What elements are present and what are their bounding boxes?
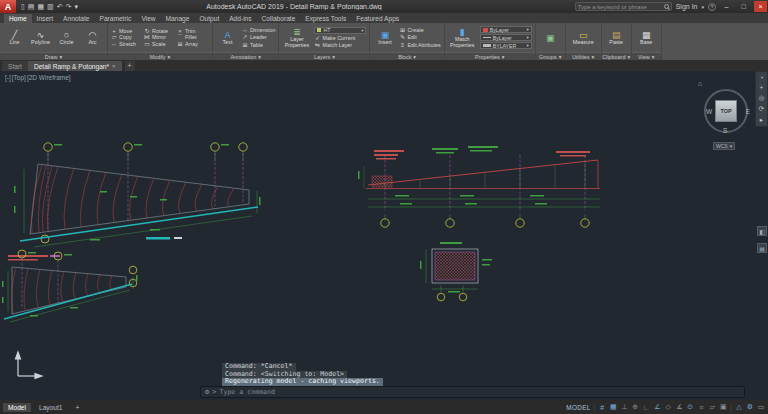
help-icon[interactable]: ? [708,3,716,11]
snap-icon[interactable]: ▦ [609,403,617,411]
edit-block-button[interactable]: ✎Edit [399,34,440,41]
panel-draw-expander[interactable]: Draw▾ [0,52,107,60]
line-button[interactable]: ╱Line [3,30,26,46]
viewport-menu-button[interactable]: [-] [5,74,11,81]
cad-canvas[interactable] [0,71,768,400]
zoom-icon[interactable]: ◎ [759,94,765,102]
tab-collaborate[interactable]: Collaborate [257,14,301,23]
panel-modify-expander[interactable]: Modify▾ [108,52,212,60]
panel-layers-expander[interactable]: Layers▾ [279,52,369,60]
app-menu-button[interactable]: A [0,0,16,13]
redo-icon[interactable]: ↷ [66,3,72,11]
orbit-icon[interactable]: ⟳ [759,105,764,113]
workspace-switching-icon[interactable]: ⚙ [746,403,754,411]
lineweight-icon[interactable]: ≡ [697,404,705,411]
new-drawing-tab-button[interactable]: + [125,61,135,71]
new-icon[interactable]: ▯ [21,3,25,11]
model-space-tab[interactable]: Model [3,403,31,412]
leader-button[interactable]: ↗Leader [242,34,275,41]
layer-properties-button[interactable]: ≣Layer Properties [282,27,311,48]
tab-home[interactable]: Home [4,14,32,23]
layout1-tab[interactable]: Layout1 [34,403,67,412]
create-block-button[interactable]: ⊞Create [399,27,440,34]
polar-tracking-icon[interactable]: ∠ [653,403,661,411]
open-icon[interactable]: ▤ [28,3,35,11]
viewcube-south-label[interactable]: S [723,127,727,134]
new-layout-button[interactable]: + [70,403,84,412]
match-layer-button[interactable]: ⇆Match Layer [314,42,366,49]
sign-in-button[interactable]: Sign In [676,3,698,10]
panel-annotation-expander[interactable]: Annotation▾ [213,52,278,60]
viewport-dock-icon-2[interactable]: ▤ [757,243,767,253]
tab-view[interactable]: View [136,14,160,23]
plot-icon[interactable]: ▥ [47,3,54,11]
viewport-dock-icon-1[interactable]: ◧ [757,226,767,236]
panel-view-expander[interactable]: View▾ [632,52,661,60]
command-customize-icon[interactable]: ⚙ [205,387,209,397]
model-badge[interactable]: MODEL [566,404,590,411]
infer-constraints-icon[interactable]: ⊥ [620,403,628,411]
tab-addins[interactable]: Add-ins [224,14,256,23]
sign-in-caret-icon[interactable]: ▾ [701,4,704,10]
edit-attributes-button[interactable]: ≡Edit Attributes [399,42,440,49]
linetype-combo[interactable]: ByLayer▾ [480,34,532,41]
file-tab-start[interactable]: Start [2,61,28,71]
object-snap-tracking-icon[interactable]: ∡ [675,403,683,411]
command-input[interactable] [219,388,740,396]
paste-button[interactable]: ▤Paste [605,30,628,46]
scale-button[interactable]: ▭Scale [144,41,176,48]
file-tab-active[interactable]: Detail Ramp & Potongan*× [28,61,122,71]
close-button[interactable]: × [754,1,767,12]
ortho-icon[interactable]: ∟ [642,404,650,411]
maximize-button[interactable]: □ [737,1,750,12]
stretch-button[interactable]: ↔Stretch [111,41,143,48]
arc-button[interactable]: ◠Arc [81,30,104,46]
viewcube-west-label[interactable]: W [706,108,712,115]
panel-block-expander[interactable]: Block▾ [370,52,443,60]
tab-express-tools[interactable]: Express Tools [300,14,351,23]
panel-utilities-expander[interactable]: Utilities▾ [566,52,601,60]
minimize-button[interactable]: – [720,1,733,12]
make-current-button[interactable]: ✓Make Current [314,35,366,42]
polyline-button[interactable]: ∿Polyline [29,30,52,46]
undo-icon[interactable]: ↶ [57,3,63,11]
transparency-icon[interactable]: ▱ [708,403,716,411]
base-button[interactable]: ▦Base [635,30,658,46]
match-properties-button[interactable]: ▮Match Properties [448,27,477,48]
annotation-visibility-icon[interactable]: △ [735,403,743,411]
viewport-visual-style-button[interactable]: [2D Wireframe] [27,74,71,81]
tab-annotate[interactable]: Annotate [58,14,94,23]
group-button[interactable]: ▣ [539,33,562,43]
panel-groups-expander[interactable]: Groups▾ [536,52,565,60]
steering-wheel-icon[interactable]: ◔ [760,74,764,81]
search-icon[interactable] [664,4,669,9]
measure-button[interactable]: ▭Measure [569,30,598,46]
pan-icon[interactable]: + [760,84,764,91]
viewcube-east-label[interactable]: E [746,108,750,115]
tab-featured-apps[interactable]: Featured Apps [351,14,404,23]
isodraft-icon[interactable]: ◇ [664,403,672,411]
table-button[interactable]: ⊞Table [242,42,275,49]
selection-cycling-icon[interactable]: ▣ [719,403,727,411]
tab-output[interactable]: Output [194,14,224,23]
dynamic-input-icon[interactable]: ⊕ [631,403,639,411]
tab-insert[interactable]: Insert [32,14,59,23]
circle-button[interactable]: ○Circle [55,30,78,46]
grid-icon[interactable]: # [598,404,606,411]
array-button[interactable]: ⊞Array [177,41,209,48]
viewcube-wcs-menu[interactable]: WCS▾ [713,142,735,150]
tab-parametric[interactable]: Parametric [95,14,137,23]
clean-screen-icon[interactable]: ▭ [757,403,765,411]
text-button[interactable]: AText [216,30,239,46]
search-input[interactable] [578,4,662,10]
panel-clipboard-expander[interactable]: Clipboard▾ [602,52,631,60]
viewcube[interactable]: ⌂ W TOP E S WCS▾ [700,80,754,150]
tab-manage[interactable]: Manage [161,14,195,23]
save-icon[interactable]: ▦ [37,3,44,11]
viewcube-top-face[interactable]: TOP [715,100,737,122]
lineweight-combo[interactable]: BYLAYER▾ [480,42,532,49]
qat-dropdown-icon[interactable]: ▾ [74,3,78,11]
insert-block-button[interactable]: ▣Insert [373,30,396,46]
dimension-button[interactable]: ↔Dimension [242,27,275,34]
panel-properties-expander[interactable]: Properties▾ [445,52,535,60]
